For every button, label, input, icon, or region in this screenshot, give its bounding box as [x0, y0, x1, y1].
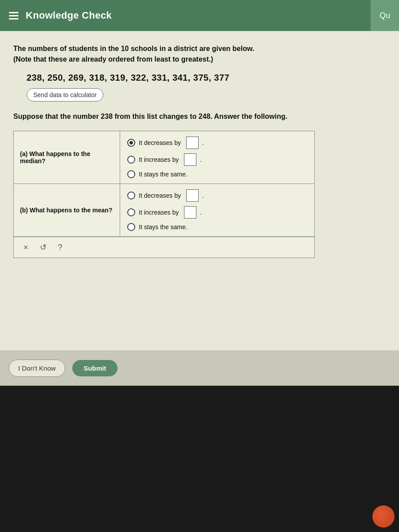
part-b-increases-option[interactable]: It increases by .: [127, 206, 307, 219]
answer-table: (a) What happens to the median? It decre…: [13, 131, 315, 258]
part-b-decreases-radio[interactable]: [127, 192, 135, 200]
part-a-same-radio[interactable]: [127, 170, 135, 178]
part-b-decreases-input[interactable]: [186, 189, 199, 202]
part-a-decreases-option[interactable]: It decreases by .: [127, 137, 307, 149]
undo-button[interactable]: ↺: [36, 241, 50, 254]
part-a-same-option[interactable]: It stays the same.: [127, 170, 307, 178]
dont-know-button[interactable]: I Don't Know: [9, 360, 65, 377]
menu-icon[interactable]: [9, 12, 19, 20]
part-a-increases-label: It increases by: [139, 156, 179, 163]
header: Knowledge Check Qu: [0, 0, 399, 31]
part-b-label: (b) What happens to the mean?: [14, 184, 120, 236]
part-b-decreases-dot: .: [202, 192, 204, 199]
action-row: × ↺ ?: [14, 237, 314, 258]
part-a-label: (a) What happens to the median?: [14, 131, 120, 184]
bottom-section: [0, 386, 399, 532]
part-a-options: It decreases by . It increases by . It s…: [120, 131, 314, 184]
part-a-row: (a) What happens to the median? It decre…: [14, 131, 314, 184]
part-a-decreases-input[interactable]: [186, 137, 199, 149]
help-button[interactable]: ?: [55, 241, 66, 254]
part-b-same-radio[interactable]: [127, 223, 135, 231]
part-b-increases-radio[interactable]: [127, 208, 135, 216]
part-a-increases-dot: .: [200, 156, 202, 163]
part-b-row: (b) What happens to the mean? It decreas…: [14, 184, 314, 237]
data-numbers: 238, 250, 269, 318, 319, 322, 331, 341, …: [27, 73, 386, 83]
header-right-panel: Qu: [371, 0, 399, 31]
part-a-increases-option[interactable]: It increases by .: [127, 153, 307, 166]
part-a-decreases-radio[interactable]: [127, 139, 135, 147]
intro-text: The numbers of students in the 10 school…: [13, 43, 386, 65]
part-b-decreases-option[interactable]: It decreases by .: [127, 189, 307, 202]
clear-button[interactable]: ×: [20, 241, 32, 254]
part-b-increases-input[interactable]: [184, 206, 196, 219]
main-content: The numbers of students in the 10 school…: [0, 31, 399, 350]
part-b-same-label: It stays the same.: [139, 223, 188, 231]
app-container: Knowledge Check Qu The numbers of studen…: [0, 0, 399, 532]
part-a-increases-radio[interactable]: [127, 156, 135, 164]
suppose-text: Suppose that the number 238 from this li…: [13, 111, 386, 122]
part-a-decreases-dot: .: [202, 139, 204, 146]
bottom-bar: I Don't Know Submit: [0, 350, 399, 386]
part-b-same-option[interactable]: It stays the same.: [127, 223, 307, 231]
part-a-same-label: It stays the same.: [139, 171, 188, 178]
part-b-increases-dot: .: [200, 209, 202, 216]
part-a-decreases-label: It decreases by: [139, 139, 181, 146]
part-b-options: It decreases by . It increases by . It s…: [120, 184, 314, 236]
circle-action-button[interactable]: [372, 505, 395, 528]
page-title: Knowledge Check: [26, 10, 112, 21]
header-right-text: Qu: [379, 11, 390, 20]
submit-button[interactable]: Submit: [72, 360, 118, 376]
part-b-decreases-label: It decreases by: [139, 192, 181, 199]
send-data-button[interactable]: Send data to calculator: [27, 88, 103, 102]
part-b-increases-label: It increases by: [139, 209, 179, 216]
part-a-increases-input[interactable]: [184, 153, 196, 166]
